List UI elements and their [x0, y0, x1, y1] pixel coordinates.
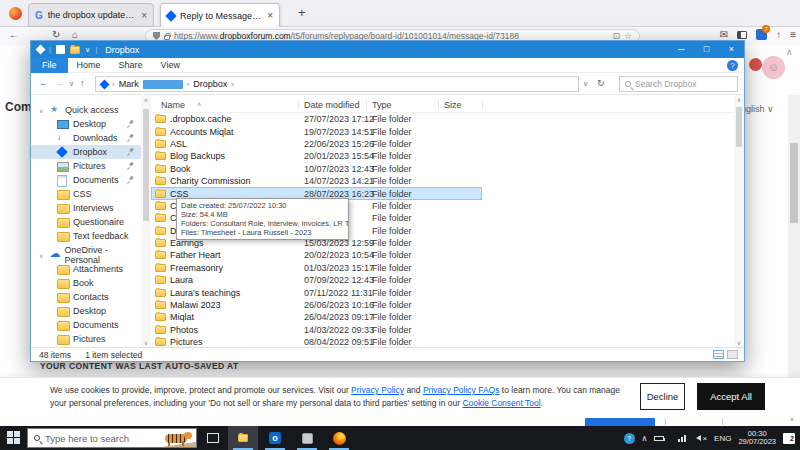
breadcrumb-folder[interactable]: Dropbox — [193, 79, 227, 89]
browser-tab-2[interactable]: Reply to Message - Dropbox C × — [160, 3, 280, 27]
privacy-faqs-link[interactable]: Privacy Policy FAQs — [423, 385, 500, 395]
sidebar-item[interactable]: ∨ Interviews — [31, 201, 141, 215]
sidebar-item[interactable]: ∨ Desktop — [31, 117, 141, 131]
expand-icon[interactable]: ∨ — [39, 252, 46, 259]
sidebar-item[interactable]: ∨ CSS — [31, 187, 141, 201]
battery-icon[interactable] — [654, 436, 664, 441]
menu-home[interactable]: Home — [68, 58, 110, 73]
sidebar-item[interactable]: ∨ Contacts — [31, 290, 141, 304]
new-tab-button[interactable]: + — [298, 5, 306, 20]
taskbar-outlook-button[interactable]: o — [260, 426, 290, 450]
sidebar-scrollbar[interactable]: ∧ ∨ — [141, 95, 151, 347]
menu-file[interactable]: File — [31, 58, 68, 73]
scroll-down-icon[interactable]: ∨ — [141, 339, 151, 346]
sidebar-item[interactable]: ∨ Pictures — [31, 332, 141, 346]
tiger-image[interactable] — [154, 428, 196, 448]
explorer-titlebar[interactable]: | ∨ | Dropbox ─ □ × — [31, 41, 744, 58]
taskbar-explorer-button[interactable] — [228, 426, 258, 450]
column-header-type[interactable]: Type — [372, 100, 392, 110]
shield-icon[interactable] — [153, 32, 160, 40]
task-view-button[interactable] — [207, 433, 219, 443]
sidebar-item[interactable]: ∨ Questionaire — [31, 215, 141, 229]
list-scrollbar[interactable]: ∧ ∨ — [734, 95, 744, 347]
qat-checkbox-icon[interactable] — [56, 45, 65, 54]
clock[interactable]: 00:30 29/07/2023 — [738, 430, 776, 447]
close-button[interactable]: × — [719, 41, 744, 58]
file-row[interactable]: Miqlat 26/04/2023 09:17 File folder — [151, 311, 734, 323]
scroll-up-icon[interactable]: ∧ — [734, 96, 744, 103]
sidebar-item[interactable]: ∨ Text feedback — [31, 229, 141, 243]
file-row[interactable]: ASL 22/06/2023 15:26 File folder — [151, 138, 734, 150]
sidebar-item[interactable]: ∨ Dropbox — [31, 145, 141, 159]
column-header-name[interactable]: Name — [161, 100, 185, 110]
post-button-partial[interactable] — [585, 417, 655, 426]
column-divider[interactable] — [298, 100, 299, 109]
taskbar-search-input[interactable] — [45, 433, 149, 444]
qat-folder-icon[interactable] — [70, 46, 80, 54]
extension-icon[interactable]: 7 — [756, 29, 767, 40]
volume-muted-icon[interactable]: × — [693, 434, 707, 443]
nav-dropdown-icon[interactable]: ∨ — [69, 80, 74, 88]
qat-dropdown-icon[interactable]: ∨ — [85, 46, 90, 54]
menu-share[interactable]: Share — [110, 58, 152, 73]
file-row[interactable]: Laura's teachings 07/11/2022 11:31 File … — [151, 286, 734, 298]
taskbar-search[interactable] — [27, 428, 197, 448]
file-row[interactable]: Accounts Miqlat 19/07/2023 14:51 File fo… — [151, 125, 734, 137]
nav-back-icon[interactable]: ← — [39, 78, 48, 88]
collapse-chevron-icon[interactable]: ∧ — [786, 47, 793, 57]
sidebar-item[interactable]: ∨ Pictures — [31, 159, 141, 173]
breadcrumb-root[interactable]: Mark — [119, 79, 139, 89]
sidebar-item[interactable]: ∨ Book — [31, 276, 141, 290]
notification-center-icon[interactable]: 2 — [783, 433, 795, 444]
user-avatar[interactable]: ☺ — [762, 56, 785, 79]
address-dropdown-icon[interactable]: ∨ — [583, 80, 588, 88]
nav-forward-icon[interactable]: → — [55, 78, 64, 88]
mail-icon[interactable]: ✉ — [720, 29, 728, 40]
file-row[interactable]: Blog Backups 20/01/2023 15:54 File folde… — [151, 150, 734, 162]
scroll-up-icon[interactable]: ∧ — [141, 96, 151, 103]
column-header-size[interactable]: Size — [444, 100, 462, 110]
taskbar-firefox-button[interactable] — [324, 426, 354, 450]
home-icon[interactable]: ⌂ — [72, 29, 78, 40]
maximize-button[interactable]: □ — [694, 41, 719, 58]
language-indicator[interactable]: ENG — [714, 434, 731, 443]
network-icon[interactable] — [678, 435, 686, 442]
file-row[interactable]: Laura 07/09/2022 12:43 File folder — [151, 274, 734, 286]
file-row[interactable]: Father Heart 20/02/2023 10:54 File folde… — [151, 249, 734, 261]
column-divider[interactable] — [482, 100, 483, 109]
refresh-icon[interactable]: ↻ — [52, 29, 60, 40]
explorer-search[interactable] — [619, 76, 738, 92]
sidebar-panel-icon[interactable] — [737, 31, 747, 39]
cookie-tool-link[interactable]: Cookie Consent Tool — [462, 398, 540, 408]
sidebar-item[interactable]: ∨ Attachments — [31, 262, 141, 276]
minimize-button[interactable]: ─ — [669, 41, 694, 58]
scrollbar-thumb[interactable] — [736, 107, 742, 147]
breadcrumb[interactable]: › Mark › Dropbox › — [95, 76, 579, 92]
file-row[interactable]: Photos 14/03/2022 09:33 File folder — [151, 324, 734, 336]
expand-icon[interactable]: ∨ — [39, 107, 46, 114]
sidebar-item[interactable]: ∨ Documents — [31, 318, 141, 332]
help-icon[interactable] — [727, 60, 738, 71]
tray-chevron-icon[interactable]: ∧ — [642, 434, 648, 443]
nav-up-icon[interactable]: ↑ — [80, 78, 85, 88]
privacy-policy-link[interactable]: Privacy Policy — [351, 385, 404, 395]
file-row[interactable]: Book 10/07/2023 12:43 File folder — [151, 163, 734, 175]
sidebar-item[interactable]: ∨ Desktop — [31, 304, 141, 318]
taskbar-app-button[interactable] — [292, 426, 322, 450]
sidebar-item[interactable]: ∨ OneDrive - Personal — [31, 248, 141, 262]
scroll-down-icon[interactable]: ∨ — [734, 339, 744, 346]
sidebar-item[interactable]: ∨ Downloads — [31, 131, 141, 145]
file-row[interactable]: Charity Commission 14/07/2023 14:21 File… — [151, 175, 734, 187]
column-divider[interactable] — [366, 100, 367, 109]
scrollbar-thumb[interactable] — [143, 109, 149, 221]
pocket-icon[interactable]: ↑ — [776, 29, 781, 40]
file-row[interactable]: Pictures 08/04/2022 09:51 File folder — [151, 336, 734, 347]
column-divider[interactable] — [438, 100, 439, 109]
tray-help-icon[interactable] — [624, 433, 635, 444]
lock-icon[interactable] — [164, 35, 170, 40]
tab-close-icon[interactable]: × — [267, 10, 273, 21]
menu-icon[interactable]: ≡ — [790, 29, 796, 40]
refresh-icon[interactable]: ↻ — [597, 78, 605, 88]
view-thumbnails-icon[interactable] — [727, 350, 738, 359]
search-input[interactable] — [635, 79, 732, 89]
